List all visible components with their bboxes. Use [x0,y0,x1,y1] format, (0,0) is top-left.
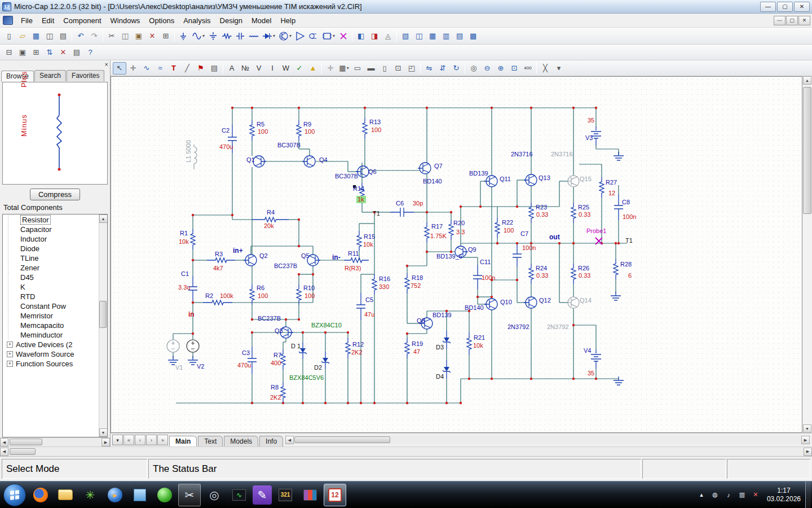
panel-tab-favorites[interactable]: Favorites [67,70,104,81]
menu-edit[interactable]: Edit [37,15,59,27]
part-R21[interactable] [467,332,471,355]
part-Q2[interactable] [244,255,257,266]
part-coil[interactable] [194,144,197,169]
tree-item-tline[interactable]: TLine [3,253,98,263]
taskbar-micro-cap[interactable]: 12 [324,484,346,506]
scroll-right-icon[interactable]: ▶ [102,438,110,446]
part-R10[interactable] [297,284,301,305]
mode-error-flag[interactable]: ▲ [306,62,320,75]
taskbar-snipping-tool[interactable]: ✂ [178,484,201,506]
mdi-restore-button[interactable]: ▢ [786,16,798,25]
part-Q15[interactable] [566,176,579,187]
toolbar-part-macro[interactable]: ▾ [320,30,337,42]
show-desktop-button[interactable] [805,481,811,508]
scroll-left-icon[interactable]: ◀ [0,438,8,446]
part-gnd[interactable] [168,356,178,365]
mode-wire-mode[interactable]: ∿ [140,62,153,75]
toolbar-select-all[interactable]: ⊞ [159,30,173,42]
tray-language-error[interactable]: ✕ [751,491,761,498]
tree-item-resistor[interactable]: Resistor [3,215,98,225]
tree-item-active-devices-2[interactable]: +Active Devices (2 [3,340,98,349]
part-R15[interactable] [357,231,361,251]
scroll-right-icon[interactable]: ▶ [804,448,812,456]
toolbar-part-source[interactable]: ▾ [190,30,206,42]
mdi-minimize-button[interactable]: — [774,16,785,25]
toolbar-part-capacitor[interactable] [233,30,247,42]
part-D4[interactable] [443,360,451,378]
toolbar2-shape-editor[interactable]: ▣ [16,46,29,59]
toolbar-arrange-icons[interactable]: ▩ [466,30,480,42]
taskbar-sticky-notes[interactable] [129,484,151,506]
menu-help[interactable]: Help [276,15,300,27]
toolbar-tile-horizontal[interactable]: ▧ [399,30,412,42]
tree-item-constant-pow[interactable]: Constant Pow [3,301,98,311]
mode-power[interactable]: W [279,62,293,75]
part-V2[interactable] [187,340,199,352]
menu-component[interactable]: Component [59,15,105,27]
toolbar-new[interactable]: ▯ [2,30,16,42]
toolbar2-stepping[interactable]: ⇅ [43,46,56,59]
mode-pan-mode[interactable]: ✛ [126,62,140,75]
menu-design[interactable]: Design [215,15,247,27]
close-button[interactable]: ✕ [794,2,810,12]
toolbar-cut[interactable]: ✂ [105,30,118,42]
toolbar2-help-topics[interactable]: ? [83,46,97,59]
part-R22[interactable] [495,218,500,238]
start-button[interactable] [3,484,26,506]
menu-windows[interactable]: Windows [106,15,145,27]
mode-text-mode[interactable]: T [167,62,180,75]
mode-graphics-mode[interactable]: ╱ [180,62,194,75]
part-R4[interactable] [252,217,289,222]
part-Q7[interactable] [418,163,431,174]
mode-find[interactable]: ◎ [467,62,480,75]
toolbar-window-info[interactable]: ◧ [354,30,368,42]
tree-item-zener[interactable]: Zener [3,263,98,273]
part-R11[interactable] [344,258,369,262]
part-Q11[interactable] [484,176,497,187]
taskbar-explorer[interactable] [54,484,77,506]
mode-zoom-area[interactable]: ⊡ [508,62,521,75]
taskbar-spider-player[interactable]: ✳ [79,484,102,506]
tray-volume[interactable]: ♪ [723,492,734,498]
part-R27[interactable] [599,177,604,198]
mode-border[interactable]: ▭ [351,62,364,75]
part-R1[interactable] [191,229,195,249]
sheet-scroll-thumb[interactable] [294,436,390,443]
toolbar-paste[interactable]: ▣ [132,30,145,42]
sheet-nav-0[interactable]: ▾ [112,435,123,445]
mode-link[interactable]: ⊡ [391,62,405,75]
toolbar-cascade[interactable]: ▦ [426,30,439,42]
tray-safely-remove[interactable]: ◍ [710,491,720,498]
part-D3[interactable] [443,331,451,349]
part-R8[interactable] [281,382,285,402]
scroll-left-icon[interactable]: ◀ [0,448,8,456]
toolbar-copy[interactable]: ◫ [118,30,132,42]
mode-crosshair[interactable]: ✛ [324,62,337,75]
mdi-child-icon[interactable] [3,16,13,25]
mode-conditions[interactable]: ✓ [293,62,306,75]
mode-probe-analysis[interactable]: ╳ [539,62,552,75]
taskbar-green-orb-app[interactable] [153,484,176,506]
part-R7[interactable] [281,349,285,370]
sheet-nav-2[interactable]: ‹ [135,435,145,445]
toolbar-part-tline[interactable] [307,30,320,42]
mode-select-mode[interactable]: ↖ [113,62,126,75]
part-R23[interactable] [529,203,533,223]
tree-item-diode[interactable]: Diode [3,244,98,253]
part-R24[interactable] [529,264,533,284]
part-V4[interactable] [591,349,601,369]
part-R3[interactable] [207,258,235,262]
toolbar2-package-editor[interactable]: ⊞ [29,46,43,59]
sheet-horizontal-scrollbar[interactable]: ◀ ▶ [285,436,810,444]
part-R19[interactable] [405,338,409,358]
toolbar-redo[interactable]: ↷ [87,30,101,42]
toolbar-print-preview[interactable]: ◫ [43,30,56,42]
part-R5[interactable] [250,120,254,141]
part-gnd[interactable] [614,376,624,385]
scroll-left-icon[interactable]: ◀ [285,436,294,444]
mode-flip-horizontal[interactable]: ⇋ [422,62,436,75]
toolbar-part-inductor[interactable] [247,30,261,42]
taskbar-clock[interactable]: 1:17 03.02.2026 [762,487,805,503]
mode-sheet[interactable]: ▯ [378,62,391,75]
sheet-nav-4[interactable]: » [157,435,168,445]
